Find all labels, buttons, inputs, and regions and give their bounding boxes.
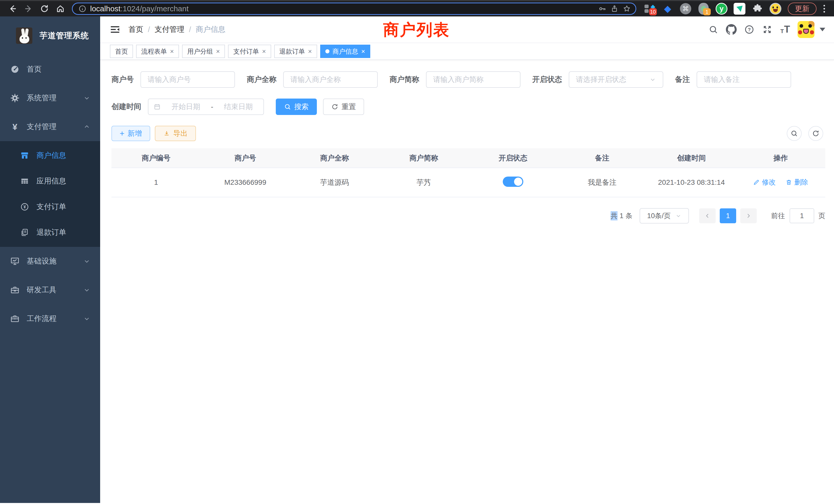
browser-forward-button[interactable] <box>21 2 37 16</box>
merchant-no-input[interactable] <box>140 71 235 88</box>
full-name-input[interactable] <box>283 71 378 88</box>
calendar-icon <box>154 103 161 110</box>
chevron-up-icon <box>83 123 90 130</box>
pencil-icon <box>753 179 760 186</box>
search-icon <box>790 130 798 137</box>
close-icon[interactable]: × <box>216 48 220 55</box>
browser-back-button[interactable] <box>5 2 21 16</box>
breadcrumb-payment[interactable]: 支付管理 <box>155 24 184 35</box>
sidebar-item-home[interactable]: 首页 <box>0 55 100 84</box>
close-icon[interactable]: × <box>361 48 365 55</box>
close-icon[interactable]: × <box>308 48 312 55</box>
search-button[interactable]: 搜索 <box>276 98 317 115</box>
start-date-placeholder[interactable]: 开始日期 <box>166 102 206 112</box>
tab-pay-order[interactable]: 支付订单× <box>228 45 271 58</box>
merchant-table: 商户编号 商户号 商户全称 商户简称 开启状态 备注 创建时间 操作 1 M23… <box>111 148 825 197</box>
header-search-button[interactable] <box>706 22 721 37</box>
extensions-puzzle-icon[interactable] <box>750 2 765 16</box>
user-menu-caret-icon[interactable] <box>820 28 825 31</box>
show-search-button[interactable] <box>787 126 802 141</box>
reset-button[interactable]: 重置 <box>323 98 364 115</box>
cell-merchant-no: M233666999 <box>201 168 290 197</box>
next-page-button[interactable] <box>740 208 757 223</box>
font-size-button[interactable]: TT <box>777 22 793 37</box>
col-actions: 操作 <box>736 148 826 168</box>
home-icon <box>56 4 65 13</box>
github-link[interactable] <box>724 22 739 37</box>
status-toggle[interactable] <box>503 177 523 187</box>
menu-label: 支付订单 <box>37 202 66 212</box>
sidebar-item-refund-order[interactable]: 退款订单 <box>0 220 100 245</box>
breadcrumb-home[interactable]: 首页 <box>128 24 143 35</box>
add-button[interactable]: + 新增 <box>111 126 150 141</box>
page-1-button[interactable]: 1 <box>720 208 736 223</box>
close-icon[interactable]: × <box>262 48 266 55</box>
gear-icon <box>9 93 21 103</box>
refresh-table-button[interactable] <box>808 126 823 141</box>
share-icon[interactable] <box>608 4 621 14</box>
tab-merchant-info[interactable]: 商户信息× <box>320 45 370 58</box>
short-name-input[interactable] <box>426 71 521 88</box>
password-key-icon[interactable] <box>596 4 608 14</box>
help-button[interactable]: ? <box>742 22 757 37</box>
goto-page-input[interactable] <box>790 208 814 223</box>
sidebar-item-workflow[interactable]: 工作流程 <box>0 304 100 333</box>
fullscreen-button[interactable] <box>760 22 775 37</box>
app-logo[interactable]: 芋道管理系统 <box>0 17 100 55</box>
export-button[interactable]: 导出 <box>155 126 196 141</box>
menu-label: 应用信息 <box>37 176 66 186</box>
sidebar-item-infrastructure[interactable]: 基础设施 <box>0 247 100 276</box>
page-size-select[interactable]: 10条/页 <box>640 208 689 224</box>
user-avatar[interactable] <box>797 21 814 38</box>
prev-page-button[interactable] <box>699 208 716 223</box>
extension-gem-icon[interactable]: ◆ <box>660 2 675 16</box>
sidebar-item-app-info[interactable]: 应用信息 <box>0 168 100 194</box>
svg-text:?: ? <box>748 27 750 32</box>
close-icon[interactable]: × <box>170 48 174 55</box>
extension-pin-icon[interactable]: ◆ 10 <box>642 2 657 16</box>
sidebar-item-dev-tools[interactable]: 研发工具 <box>0 276 100 304</box>
sidebar-collapse-button[interactable] <box>109 23 121 36</box>
url-bar[interactable]: localhost:1024/pay/merchant <box>72 3 636 15</box>
tab-refund-order[interactable]: 退款订单× <box>274 45 317 58</box>
delete-link[interactable]: 删除 <box>786 178 808 187</box>
extension-writing-icon[interactable] <box>732 2 747 16</box>
sidebar-item-payment[interactable]: ¥ 支付管理 <box>0 112 100 141</box>
edit-link[interactable]: 修改 <box>753 178 776 187</box>
chevron-down-icon <box>83 315 90 322</box>
tab-user-group[interactable]: 用户分组× <box>182 45 225 58</box>
menu-label: 基础设施 <box>27 256 57 266</box>
fold-icon <box>109 24 121 35</box>
menu-label: 系统管理 <box>27 93 57 103</box>
search-form-row-2: 创建时间 开始日期 - 结束日期 搜索 重置 <box>111 98 825 115</box>
sidebar-item-merchant-info[interactable]: 商户信息 <box>0 143 100 168</box>
remark-input[interactable] <box>697 71 791 88</box>
cell-status <box>468 168 558 197</box>
table-toolbar: + 新增 导出 <box>111 126 825 141</box>
merchant-no-label: 商户号 <box>111 74 134 85</box>
status-select[interactable]: 请选择开启状态 <box>569 71 663 88</box>
sidebar-item-system[interactable]: 系统管理 <box>0 84 100 112</box>
tab-process-form[interactable]: 流程表单× <box>136 45 179 58</box>
extension-command-icon[interactable]: ⌘ <box>678 2 693 16</box>
table-row: 1 M233666999 芋道源码 芋艿 我是备注 2021-10-23 08:… <box>111 168 825 197</box>
extension-camera-icon[interactable]: 1 <box>696 2 711 16</box>
search-form-row-1: 商户号 商户全称 商户简称 开启状态 请选择开启状态 <box>111 71 825 88</box>
menu-label: 商户信息 <box>37 151 66 161</box>
chrome-menu-button[interactable] <box>819 2 829 16</box>
browser-home-button[interactable] <box>52 2 68 16</box>
cell-actions: 修改 删除 <box>736 168 826 197</box>
github-icon <box>726 24 737 35</box>
forward-icon <box>24 4 33 13</box>
browser-reload-button[interactable] <box>37 2 52 16</box>
page-info-icon[interactable] <box>76 4 89 14</box>
bookmark-star-icon[interactable] <box>621 4 633 14</box>
create-time-range-picker[interactable]: 开始日期 - 结束日期 <box>148 98 264 115</box>
extension-y-icon[interactable]: y <box>714 2 729 16</box>
end-date-placeholder[interactable]: 结束日期 <box>219 102 258 112</box>
cell-created: 2021-10-23 08:31:14 <box>647 168 736 197</box>
chrome-update-button[interactable]: 更新 <box>788 3 816 15</box>
sidebar-item-pay-order[interactable]: ¥ 支付订单 <box>0 194 100 220</box>
tab-home[interactable]: 首页 <box>110 45 133 58</box>
profile-emoji-avatar[interactable] <box>768 2 783 16</box>
